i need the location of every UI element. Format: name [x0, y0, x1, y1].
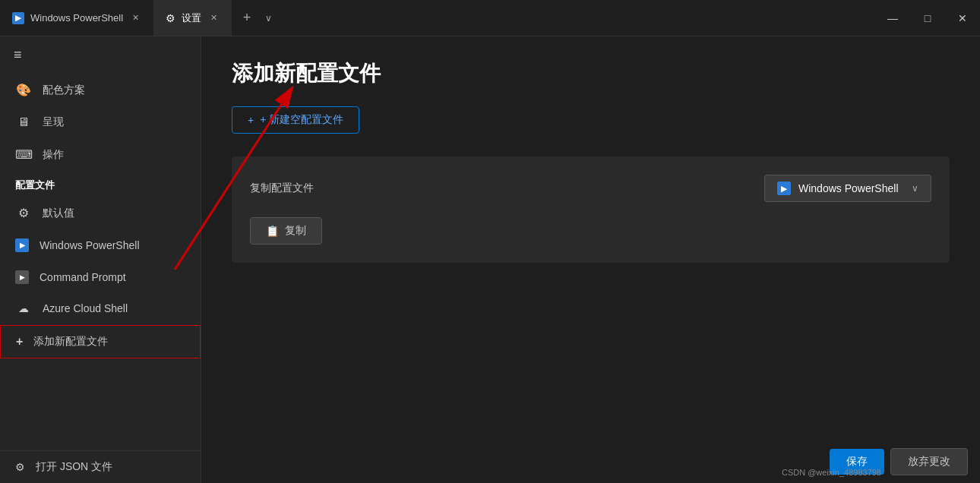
menu-icon[interactable]: ≡ — [0, 36, 201, 74]
powershell-icon: ▶ — [15, 238, 29, 252]
json-label: 打开 JSON 文件 — [36, 460, 112, 474]
new-tab-button[interactable]: + — [232, 0, 262, 36]
azure-label: Azure Cloud Shell — [43, 302, 128, 314]
discard-button[interactable]: 放弃更改 — [890, 448, 968, 475]
sidebar-item-powershell[interactable]: ▶ Windows PowerShell — [0, 229, 201, 261]
ps-tab-icon: ▶ — [12, 12, 24, 24]
actions-icon: ⌨ — [15, 147, 32, 162]
sidebar-item-defaults[interactable]: ⚙ 默认值 — [0, 197, 201, 229]
cmd-label: Command Prompt — [40, 271, 126, 283]
sidebar: ≡ 🎨 配色方案 🖥 呈现 ⌨ 操作 配置文件 ⚙ 默认值 ▶ Windows … — [0, 36, 201, 483]
copy-label: 复制配置文件 — [250, 182, 314, 195]
new-profile-button[interactable]: + + 新建空配置文件 — [232, 106, 359, 134]
sidebar-item-color-scheme[interactable]: 🎨 配色方案 — [0, 74, 201, 106]
maximize-button[interactable]: □ — [910, 0, 945, 36]
new-profile-plus-icon: + — [248, 114, 254, 126]
tab1-label: Windows PowerShell — [30, 12, 123, 24]
tab-chevron[interactable]: ∨ — [262, 13, 275, 24]
add-profile-label: 添加新配置文件 — [33, 335, 108, 349]
tab-powershell[interactable]: ▶ Windows PowerShell ✕ — [0, 0, 153, 36]
add-icon: + — [16, 335, 23, 349]
page-title: 添加新配置文件 — [232, 59, 950, 88]
copy-button[interactable]: 📋 复制 — [250, 217, 322, 245]
add-profile-button[interactable]: + 添加新配置文件 — [0, 325, 201, 358]
copy-btn-label: 复制 — [285, 224, 306, 238]
titlebar: ▶ Windows PowerShell ✕ ⚙ 设置 ✕ + ∨ — □ ✕ — [0, 0, 980, 36]
content-area: 添加新配置文件 + + 新建空配置文件 复制配置文件 ▶ Windows Pow… — [201, 36, 980, 483]
open-json-button[interactable]: ⚙ 打开 JSON 文件 — [0, 451, 201, 483]
powershell-label: Windows PowerShell — [40, 239, 140, 251]
azure-icon: ☁ — [15, 302, 32, 314]
copy-btn-icon: 📋 — [266, 225, 279, 237]
color-scheme-label: 配色方案 — [43, 84, 85, 97]
window-controls: — □ ✕ — [875, 0, 980, 36]
color-scheme-icon: 🎨 — [15, 83, 32, 97]
sidebar-item-actions[interactable]: ⌨ 操作 — [0, 138, 201, 171]
profiles-section-label: 配置文件 — [0, 171, 201, 197]
settings-tab-icon: ⚙ — [166, 12, 175, 24]
main-layout: ≡ 🎨 配色方案 🖥 呈现 ⌨ 操作 配置文件 ⚙ 默认值 ▶ Windows … — [0, 36, 980, 483]
copy-section: 复制配置文件 ▶ Windows PowerShell ∨ 📋 复制 — [232, 156, 950, 263]
json-icon: ⚙ — [15, 461, 25, 473]
close-button[interactable]: ✕ — [945, 0, 980, 36]
dropdown-value: Windows PowerShell — [798, 182, 899, 194]
defaults-icon: ⚙ — [15, 206, 32, 220]
copy-row: 复制配置文件 ▶ Windows PowerShell ∨ — [250, 175, 931, 202]
appearance-label: 呈现 — [43, 115, 64, 129]
cmd-icon: ▶ — [15, 270, 29, 284]
minimize-button[interactable]: — — [875, 0, 910, 36]
watermark: CSDN @weixin_48983798 — [782, 468, 881, 477]
appearance-icon: 🖥 — [15, 115, 32, 129]
sidebar-bottom: ⚙ 打开 JSON 文件 — [0, 450, 201, 483]
defaults-label: 默认值 — [43, 207, 74, 220]
sidebar-item-cmd[interactable]: ▶ Command Prompt — [0, 261, 201, 293]
actions-label: 操作 — [43, 148, 64, 162]
tab2-label: 设置 — [182, 11, 201, 25]
new-profile-btn-label: + 新建空配置文件 — [260, 113, 343, 127]
sidebar-item-azure[interactable]: ☁ Azure Cloud Shell — [0, 293, 201, 324]
tab2-close[interactable]: ✕ — [207, 12, 220, 24]
profile-dropdown[interactable]: ▶ Windows PowerShell ∨ — [764, 175, 931, 202]
tab-settings[interactable]: ⚙ 设置 ✕ — [153, 0, 232, 36]
tab1-close[interactable]: ✕ — [129, 12, 141, 24]
dropdown-chevron-icon: ∨ — [912, 183, 918, 194]
sidebar-item-appearance[interactable]: 🖥 呈现 — [0, 106, 201, 138]
dropdown-ps-icon: ▶ — [777, 182, 791, 195]
